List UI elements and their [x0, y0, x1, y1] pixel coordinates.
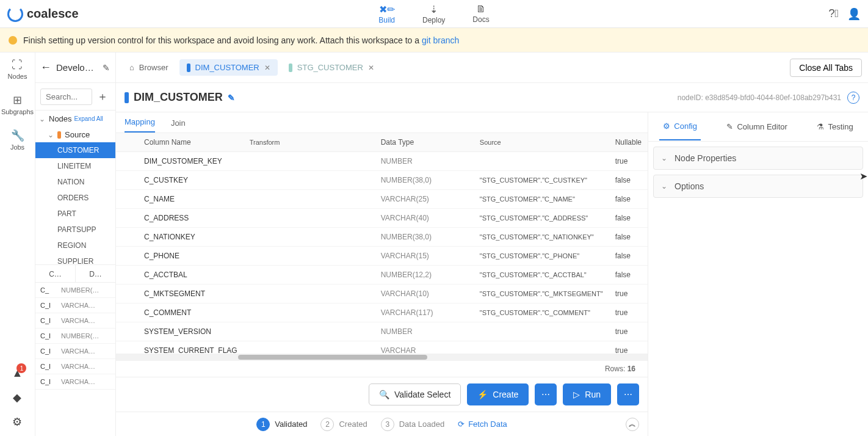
rail-nodes[interactable]: ⛶ Nodes: [8, 59, 27, 80]
bolt-icon: ⚡: [477, 390, 488, 399]
node-help-icon[interactable]: ?: [847, 92, 859, 104]
chevron-down-icon: ⌄: [48, 131, 54, 139]
expand-status-button[interactable]: ︽: [626, 418, 639, 431]
step-created: 2Created: [320, 418, 367, 431]
nav-build[interactable]: ✖✏ Build: [378, 4, 395, 24]
tree-leaf[interactable]: ORDERS: [35, 190, 115, 206]
search-input[interactable]: [40, 89, 92, 105]
rows-label: Rows:: [605, 365, 625, 373]
tree-leaf[interactable]: SUPPLIER: [35, 253, 115, 264]
rtab-column-editor[interactable]: ✎ Column Editor: [723, 114, 790, 140]
rail-subgraphs[interactable]: ⊞ Subgraphs: [1, 93, 34, 115]
refresh-icon: ⟳: [458, 420, 465, 429]
close-all-tabs-button[interactable]: Close All Tabs: [790, 59, 862, 77]
jobs-icon: 🔧: [11, 129, 24, 142]
tree-leaf[interactable]: PART: [35, 206, 115, 222]
tree-leaf[interactable]: REGION: [35, 238, 115, 253]
horizontal-scrollbar[interactable]: [116, 354, 648, 361]
table-row[interactable]: C_MKTSEGMENTVARCHAR(10)"STG_CUSTOMER"."C…: [116, 285, 648, 303]
run-more-button[interactable]: ⋯: [617, 383, 639, 405]
minitab-c[interactable]: C…: [35, 265, 76, 282]
rtab-testing[interactable]: ⚗ Testing: [813, 114, 856, 140]
git-icon[interactable]: ◆: [13, 391, 21, 404]
rail-jobs[interactable]: 🔧 Jobs: [10, 129, 24, 151]
close-tab-icon[interactable]: ✕: [264, 64, 270, 72]
alerts-icon[interactable]: ▲1: [12, 367, 23, 380]
table-row[interactable]: DIM_CUSTOMER_KEYNUMBERtrue: [116, 152, 648, 171]
node-badge-icon: [289, 64, 292, 72]
nav-docs[interactable]: 🗎 Docs: [472, 4, 489, 24]
rtab-config[interactable]: ⚙ Config: [659, 113, 701, 140]
validate-select-button[interactable]: 🔍 Validate Select: [369, 383, 461, 405]
pencil-icon: ✎: [726, 122, 733, 131]
tab-join[interactable]: Join: [171, 118, 186, 133]
docs-icon: 🗎: [476, 4, 486, 15]
node-id-label: nodeID: e38d8549-bfd0-4044-80ef-108ab297…: [678, 93, 841, 102]
header-nullable[interactable]: Nullable: [609, 133, 648, 152]
step-data-loaded: 3Data Loaded: [381, 418, 444, 431]
header-data-type[interactable]: Data Type: [375, 133, 474, 152]
git-branch-link[interactable]: git branch: [422, 35, 459, 45]
create-button[interactable]: ⚡ Create: [467, 383, 529, 405]
rows-count: 16: [627, 365, 635, 373]
tab-mapping[interactable]: Mapping: [125, 117, 155, 133]
tree-root[interactable]: ⌄ Nodes Expand All: [35, 111, 115, 127]
settings-icon[interactable]: ⚙: [12, 415, 22, 429]
minitab-d[interactable]: D…: [76, 265, 115, 282]
banner-text: Finish setting up version control for th…: [23, 35, 422, 45]
brand-name: coalesce: [27, 7, 79, 21]
column-list-item[interactable]: C_IVARCHA…: [35, 344, 115, 359]
table-row[interactable]: C_ACCTBALNUMBER(12,2)"STG_CUSTOMER"."C_A…: [116, 266, 648, 285]
close-tab-icon[interactable]: ✕: [368, 64, 374, 72]
table-row[interactable]: C_COMMENTVARCHAR(117)"STG_CUSTOMER"."C_C…: [116, 303, 648, 322]
column-list-item[interactable]: C_IVARCHA…: [35, 313, 115, 329]
tree-leaf[interactable]: LINEITEM: [35, 158, 115, 174]
header-column-name[interactable]: Column Name: [116, 133, 244, 152]
workspace-title: Develop…: [56, 62, 98, 73]
header-source[interactable]: Source: [474, 133, 609, 152]
chevron-down-icon: ⌄: [661, 182, 667, 191]
edit-title-icon[interactable]: ✎: [103, 63, 110, 73]
help-icon[interactable]: ?⃝: [828, 7, 839, 20]
column-list-item[interactable]: C_IVARCHA…: [35, 374, 115, 390]
header-transform[interactable]: Transform: [244, 133, 375, 152]
expand-all-link[interactable]: Expand All: [74, 115, 103, 122]
version-control-banner: Finish setting up version control for th…: [0, 28, 868, 53]
user-icon[interactable]: 👤: [847, 7, 861, 21]
brand-logo[interactable]: coalesce: [7, 6, 79, 22]
tab-stg-customer[interactable]: STG_CUSTOMER ✕: [281, 59, 382, 76]
table-row[interactable]: C_PHONEVARCHAR(15)"STG_CUSTOMER"."C_PHON…: [116, 247, 648, 266]
table-row[interactable]: C_CUSTKEYNUMBER(38,0)"STG_CUSTOMER"."C_C…: [116, 171, 648, 190]
tree-source[interactable]: ⌄ Source: [35, 127, 115, 142]
create-more-button[interactable]: ⋯: [535, 383, 557, 405]
back-button[interactable]: ←: [40, 61, 51, 74]
column-list-item[interactable]: C_INUMBER(…: [35, 329, 115, 344]
nav-deploy[interactable]: ⇣ Deploy: [422, 4, 445, 24]
tree-leaf[interactable]: NATION: [35, 174, 115, 190]
add-node-button[interactable]: ＋: [95, 89, 110, 104]
node-badge-icon: [187, 64, 190, 72]
accordion-node-properties[interactable]: ⌄ Node Properties: [653, 147, 863, 170]
column-list-item[interactable]: C_NUMBER(…: [35, 283, 115, 298]
table-row[interactable]: C_NATIONKEYNUMBER(38,0)"STG_CUSTOMER"."C…: [116, 228, 648, 247]
search-icon: 🔍: [379, 390, 389, 399]
source-badge-icon: [57, 131, 61, 139]
tab-browser[interactable]: ⌂ Browser: [122, 59, 176, 76]
tree-leaf[interactable]: CUSTOMER: [35, 142, 115, 158]
fetch-data-button[interactable]: ⟳ Fetch Data: [458, 420, 507, 429]
scrollbar-thumb[interactable]: [238, 355, 427, 360]
tab-dim-customer[interactable]: DIM_CUSTOMER ✕: [179, 59, 278, 76]
table-row[interactable]: C_NAMEVARCHAR(25)"STG_CUSTOMER"."C_NAME"…: [116, 190, 648, 209]
table-row[interactable]: SYSTEM_CURRENT_FLAGVARCHARtrue: [116, 341, 648, 354]
node-title: DIM_CUSTOMER: [134, 91, 223, 104]
table-row[interactable]: C_ADDRESSVARCHAR(40)"STG_CUSTOMER"."C_AD…: [116, 209, 648, 228]
table-row[interactable]: SYSTEM_VERSIONNUMBERtrue: [116, 322, 648, 341]
column-list-item[interactable]: C_IVARCHA…: [35, 298, 115, 313]
tree-leaf[interactable]: PARTSUPP: [35, 222, 115, 238]
edit-node-icon[interactable]: ✎: [228, 93, 235, 103]
column-list-item[interactable]: C_IVARCHA…: [35, 359, 115, 374]
run-button[interactable]: ▷ Run: [563, 383, 611, 405]
deploy-icon: ⇣: [430, 4, 438, 15]
accordion-options[interactable]: ⌄ Options: [653, 175, 863, 198]
logo-swirl-icon: [7, 6, 23, 22]
